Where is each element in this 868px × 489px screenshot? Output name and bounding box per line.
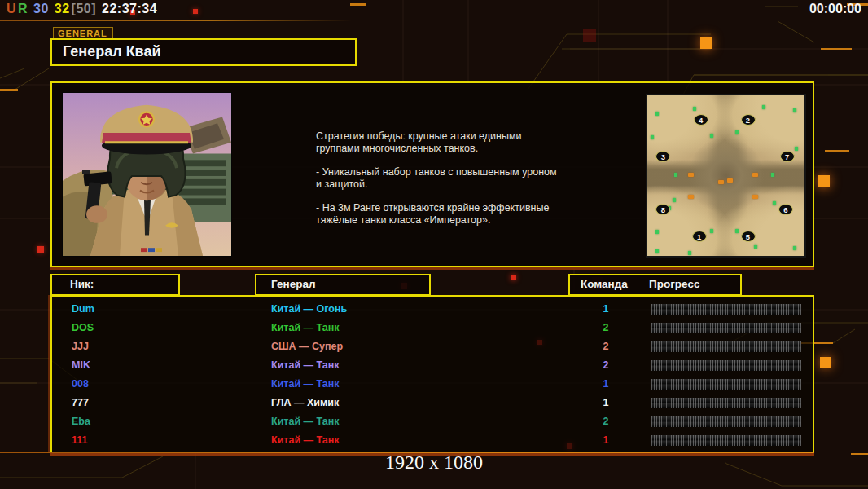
player-nick: MIK bbox=[72, 359, 90, 371]
minimap-resource-marker bbox=[673, 198, 676, 202]
player-nick: JJJ bbox=[72, 341, 89, 352]
player-team: 1 bbox=[591, 303, 620, 315]
minimap-spawn-1: 1 bbox=[692, 231, 707, 242]
description-paragraph: - Уникальный набор танков с повышенным у… bbox=[316, 166, 597, 191]
minimap-spawn-5: 5 bbox=[741, 231, 756, 242]
minimap: 42378615 bbox=[646, 94, 806, 258]
header-nick-box: Ник: bbox=[50, 274, 180, 296]
minimap-resource-marker bbox=[793, 108, 796, 112]
minimap-supply-marker bbox=[688, 195, 694, 199]
minimap-resource-marker bbox=[795, 147, 798, 151]
player-row: JJJСША — Супер2 bbox=[52, 337, 813, 356]
player-general: ГЛА — Химик bbox=[271, 397, 339, 408]
minimap-resource-marker bbox=[793, 246, 796, 250]
player-general: Китай — Танк bbox=[271, 359, 340, 371]
decor-orange-dash bbox=[825, 150, 849, 152]
hud-segment: U bbox=[7, 2, 16, 15]
player-general: Китай — Танк bbox=[271, 434, 340, 446]
hud-segment: R bbox=[18, 2, 32, 15]
minimap-resource-marker bbox=[754, 244, 757, 249]
general-portrait-art bbox=[63, 93, 231, 256]
decor-orange-square bbox=[818, 175, 830, 187]
minimap-supply-marker bbox=[688, 173, 694, 177]
header-general: Генерал bbox=[271, 278, 315, 290]
minimap-spawn-2: 2 bbox=[741, 114, 756, 126]
minimap-resource-marker bbox=[762, 105, 765, 109]
general-info-panel: Стратегия победы: крупные атаки едиными … bbox=[50, 82, 814, 267]
general-portrait bbox=[63, 93, 231, 256]
player-row: EbaКитай — Танк2 bbox=[52, 412, 813, 431]
minimap-resource-marker bbox=[688, 251, 691, 255]
player-general: США — Супер bbox=[271, 341, 343, 352]
loading-screen: UR 30 32[50] 22:37:34 00:00:00 GENERAL Г… bbox=[0, 0, 868, 489]
minimap-resource-marker bbox=[655, 249, 659, 253]
player-progress-bar bbox=[651, 323, 801, 333]
player-nick: Eba bbox=[72, 416, 90, 427]
description-paragraph: Стратегия победы: крупные атаки едиными … bbox=[316, 130, 597, 155]
player-nick: Dum bbox=[72, 303, 94, 315]
player-team: 2 bbox=[591, 322, 620, 333]
header-nick: Ник: bbox=[70, 278, 94, 290]
player-team: 1 bbox=[591, 434, 620, 446]
player-team: 1 bbox=[591, 378, 620, 390]
minimap-resource-marker bbox=[693, 107, 696, 111]
player-row: DOSКитай — Танк2 bbox=[52, 319, 813, 337]
match-timer: 00:00:00 bbox=[809, 2, 861, 16]
decor-orange-dash bbox=[350, 3, 366, 6]
minimap-resource-marker bbox=[710, 229, 713, 233]
player-progress-bar bbox=[651, 360, 801, 371]
header-progress: Прогресс bbox=[649, 278, 699, 290]
player-row: 777ГЛА — Химик1 bbox=[52, 394, 813, 412]
minimap-spawn-3: 3 bbox=[655, 151, 670, 162]
player-team: 2 bbox=[591, 341, 620, 352]
general-name: Генерал Квай bbox=[52, 40, 355, 60]
minimap-resource-marker bbox=[771, 173, 774, 177]
hud-underline bbox=[0, 20, 352, 21]
minimap-resource-marker bbox=[735, 229, 739, 233]
player-row: DumКитай — Огонь1 bbox=[52, 300, 813, 319]
minimap-supply-marker bbox=[752, 173, 758, 177]
hud-segment: 30 bbox=[33, 2, 53, 15]
player-row: 111Китай — Танк1 bbox=[52, 431, 813, 450]
player-general: Китай — Танк bbox=[271, 416, 340, 427]
minimap-resource-marker bbox=[655, 230, 659, 234]
player-team: 1 bbox=[591, 397, 620, 408]
minimap-resource-marker bbox=[651, 135, 654, 139]
player-row: 008Китай — Танк1 bbox=[52, 375, 813, 394]
decor-dim-square bbox=[583, 29, 596, 42]
player-nick: 777 bbox=[72, 397, 89, 408]
player-progress-bar bbox=[651, 379, 801, 390]
player-team: 2 bbox=[591, 416, 620, 427]
decor-orange-square bbox=[820, 357, 831, 368]
player-stats-readout: UR 30 32[50] 22:37:34 bbox=[7, 2, 159, 16]
hud-segment: [50] bbox=[72, 2, 100, 15]
minimap-spawn-7: 7 bbox=[780, 151, 795, 162]
header-team: Команда bbox=[581, 278, 628, 290]
player-team: 2 bbox=[591, 359, 620, 371]
minimap-spawn-6: 6 bbox=[778, 204, 793, 215]
player-general: Китай — Огонь bbox=[271, 303, 347, 315]
general-name-box: Генерал Квай bbox=[50, 38, 357, 66]
decor-orange-dash bbox=[0, 89, 18, 91]
minimap-supply-marker bbox=[752, 195, 758, 199]
minimap-resource-marker bbox=[655, 112, 659, 116]
player-progress-bar bbox=[651, 341, 801, 352]
player-general: Китай — Танк bbox=[271, 322, 340, 333]
decor-orange-square bbox=[700, 37, 712, 49]
minimap-resource-marker bbox=[710, 134, 713, 138]
players-table: DumКитай — Огонь1DOSКитай — Танк2JJJСША … bbox=[50, 295, 814, 453]
minimap-spawn-8: 8 bbox=[655, 204, 670, 215]
hud-segment: 22:37:34 bbox=[102, 2, 157, 15]
header-team-progress-box: Команда Прогресс bbox=[568, 274, 742, 296]
player-general: Китай — Танк bbox=[271, 378, 340, 390]
header-general-box: Генерал bbox=[255, 274, 431, 296]
player-nick: DOS bbox=[72, 322, 94, 333]
minimap-resource-marker bbox=[773, 201, 776, 205]
player-progress-bar bbox=[651, 304, 801, 315]
decor-red-square bbox=[37, 246, 44, 253]
general-description: Стратегия победы: крупные атаки едиными … bbox=[316, 130, 597, 238]
resolution-label: 1920 x 1080 bbox=[0, 452, 868, 474]
player-progress-bar bbox=[651, 398, 801, 408]
player-row: MIKКитай — Танк2 bbox=[52, 356, 813, 375]
minimap-resource-marker bbox=[674, 173, 677, 177]
